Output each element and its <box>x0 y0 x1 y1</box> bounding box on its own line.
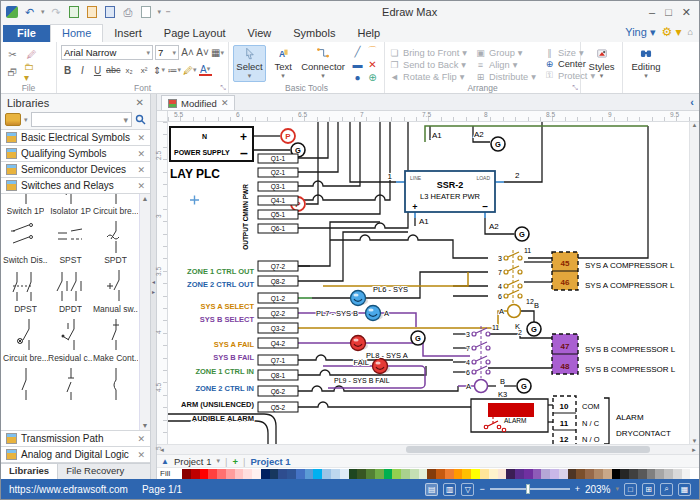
fill-swatch[interactable] <box>287 469 296 479</box>
fill-swatch[interactable] <box>401 469 410 479</box>
horizontal-scroll-thumb[interactable] <box>406 446 650 453</box>
fill-swatch[interactable] <box>419 469 428 479</box>
scroll-right-icon[interactable]: ► <box>691 447 697 453</box>
tab-scroll-left-icon[interactable]: ‹ <box>690 96 694 108</box>
copy-icon[interactable]: 🗗 <box>5 65 20 79</box>
library-picker-caret[interactable]: ▾ <box>24 116 28 124</box>
fill-swatch[interactable] <box>603 469 612 479</box>
fill-swatch[interactable] <box>436 469 445 479</box>
status-url[interactable]: https://www.edrawsoft.com <box>9 484 128 495</box>
tab-symbols[interactable]: Symbols <box>282 25 346 42</box>
scroll-down-icon[interactable]: ▼ <box>692 438 698 444</box>
terminal-block-a[interactable]: Q1-1 Q2-1 Q3-1 Q4-1 Q5-1 Q6-1 <box>258 154 298 233</box>
editing-button[interactable]: Editing▾ <box>627 45 665 82</box>
wiring-diagram[interactable]: N POWER SUPPLY + – LAY PLC OUTPUT CMMN P… <box>168 122 691 449</box>
app-icon[interactable] <box>5 6 18 19</box>
relay-plc-label[interactable]: LAY PLC <box>170 167 220 181</box>
library-close-icon[interactable]: ✕ <box>137 181 145 191</box>
page-tab-project1[interactable]: Project 1 <box>250 456 290 467</box>
symbol-partial[interactable] <box>93 366 138 415</box>
paste-icon[interactable]: 🗀 ▾ <box>24 65 39 79</box>
search-icon[interactable] <box>135 114 146 125</box>
page-dropdown-caret[interactable]: ▾ <box>216 457 220 465</box>
close-button[interactable]: ✕ <box>682 6 691 19</box>
relay-contacts-sys-b[interactable]: 3 7 4 6 11 2 <box>466 324 522 378</box>
fill-swatch[interactable] <box>392 469 401 479</box>
symbol-switch-1p[interactable]: Switch 1P <box>3 194 48 219</box>
font-size-select[interactable]: 7▾ <box>155 45 179 60</box>
fill-swatch[interactable] <box>191 469 200 479</box>
connector-tool-button[interactable]: Connector▾ <box>300 45 346 82</box>
italic-icon[interactable]: I <box>76 63 89 77</box>
bold-icon[interactable]: B <box>61 63 74 77</box>
library-item-basic-electrical[interactable]: Basic Electrical Symbols✕ <box>1 129 150 146</box>
fill-swatch[interactable] <box>655 469 664 479</box>
alarm-relay-shape[interactable]: ALARM <box>484 403 534 432</box>
library-close-icon[interactable]: ✕ <box>137 434 145 444</box>
ssr2-shape[interactable]: LINE LOAD SSR-2 L3 HEATER PWR + – <box>405 171 495 212</box>
sys-a-compressor-label-2[interactable]: SYS A COMPRESSOR L <box>585 281 675 290</box>
output-cmmn-label[interactable]: OUTPUT CMMN PWR <box>242 184 249 250</box>
fill-swatch[interactable] <box>313 469 322 479</box>
fill-swatch[interactable] <box>471 469 480 479</box>
ellipse-shape-icon[interactable]: ● <box>350 70 365 84</box>
drawing-area[interactable]: 2.53 3.54 4.55 <box>157 122 699 444</box>
cut-icon[interactable]: ✂ <box>5 47 20 61</box>
tab-view[interactable]: View <box>237 25 283 42</box>
library-item-analog-digital[interactable]: Analog and Digital Logic✕ <box>1 446 150 463</box>
symbol-dpdt[interactable]: DPDT <box>48 268 93 317</box>
page-dropdown[interactable]: Project 1 <box>174 456 212 467</box>
fill-swatch[interactable] <box>278 469 287 479</box>
library-item-semiconductor[interactable]: Semiconductor Devices✕ <box>1 161 150 178</box>
scroll-up-icon[interactable]: ▲ <box>142 195 149 202</box>
send-to-back-button[interactable]: ❐Send to Back ▾ <box>389 59 467 70</box>
library-close-icon[interactable]: ✕ <box>137 149 145 159</box>
strikethrough-icon[interactable]: abc <box>106 63 121 77</box>
fill-swatch[interactable] <box>445 469 454 479</box>
symbol-residual-current[interactable]: Residual c... <box>48 317 93 366</box>
maximize-button[interactable]: □ <box>665 6 672 19</box>
symbol-partial[interactable] <box>48 366 93 415</box>
terminal-10-11-12[interactable]: 10 11 12 <box>553 396 576 446</box>
grow-font-icon[interactable]: A˄ <box>181 46 194 60</box>
ground-mark[interactable]: G <box>515 227 529 241</box>
line-spacing-icon[interactable]: ⇕▾ <box>153 63 166 77</box>
line-shape-icon[interactable]: ╱ <box>350 44 365 58</box>
font-name-select[interactable]: Arial Narrow▾ <box>61 45 153 60</box>
fill-swatch[interactable] <box>270 469 279 479</box>
fill-swatch[interactable] <box>489 469 498 479</box>
fill-swatch[interactable] <box>252 469 261 479</box>
fill-swatch[interactable] <box>550 469 559 479</box>
zoom-caret[interactable]: ▾ <box>615 485 619 493</box>
library-close-icon[interactable]: ✕ <box>137 165 145 175</box>
symbol-spst[interactable]: SPST <box>48 219 93 268</box>
fail-label[interactable]: FAIL <box>354 358 369 367</box>
power-supply-shape[interactable]: N POWER SUPPLY + – <box>170 127 253 161</box>
fill-swatch[interactable] <box>226 469 235 479</box>
symbol-isolator-1p[interactable]: Isolator 1P <box>48 194 93 219</box>
sys-a-compressor-label-1[interactable]: SYS A COMPRESSOR L <box>585 261 675 270</box>
fill-swatch[interactable] <box>498 469 507 479</box>
symbol-circuit-breaker[interactable]: Circuit bre... <box>93 194 138 219</box>
distribute-button[interactable]: ⊞Distribute▾ <box>475 71 536 82</box>
pl6-label[interactable]: PL6 - SYS <box>373 285 408 294</box>
vertical-ruler[interactable]: 2.53 3.54 4.55 <box>157 122 168 444</box>
styles-button[interactable]: Styles▾ <box>585 45 618 82</box>
scroll-up-icon[interactable]: ▲ <box>692 122 698 128</box>
font-dialog-launcher[interactable]: ⤡ <box>220 84 226 92</box>
tab-help[interactable]: Help <box>346 25 391 42</box>
terminal-47-48[interactable]: 47 48 <box>552 334 578 374</box>
fill-swatch[interactable] <box>576 469 585 479</box>
symbol-manual-switch[interactable]: Manual sw... <box>93 268 138 317</box>
bullet-list-icon[interactable]: ≔▾ <box>168 63 182 77</box>
tab-insert[interactable]: Insert <box>103 25 153 42</box>
save-button[interactable] <box>104 6 117 19</box>
vertical-scrollbar[interactable]: ▲▼ <box>689 122 699 444</box>
font-color-icon[interactable]: A▾ <box>199 64 212 76</box>
alarm-drycontact-label-2[interactable]: DRYCONTACT <box>616 429 671 438</box>
underline-icon[interactable]: U <box>91 63 104 77</box>
horizontal-scrollbar[interactable]: ◄ ► <box>157 444 699 454</box>
fill-swatch[interactable] <box>366 469 375 479</box>
zoom-out-icon[interactable]: − <box>479 484 484 494</box>
symbol-circuit-breaker-2[interactable]: Circuit bre... <box>3 317 48 366</box>
